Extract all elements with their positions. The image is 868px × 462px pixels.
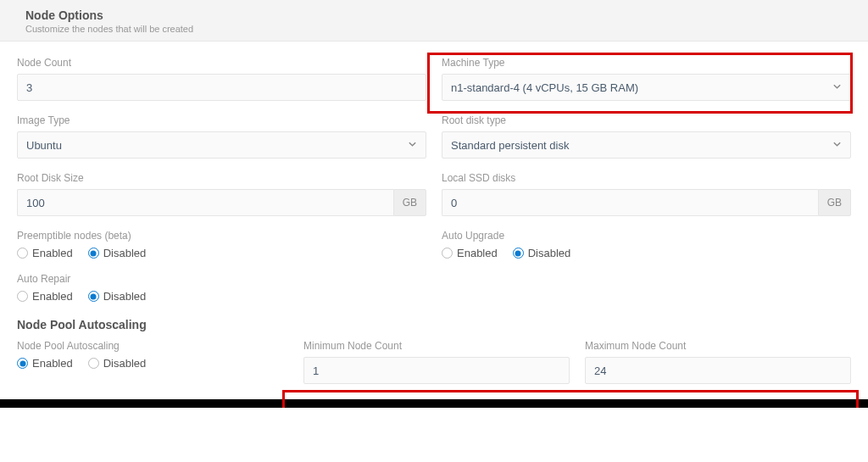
auto-upgrade-label: Auto Upgrade	[442, 230, 851, 242]
image-type-label: Image Type	[17, 114, 426, 126]
image-type-select[interactable]: Ubuntu	[17, 131, 426, 159]
panel-title: Node Options	[25, 8, 851, 22]
bottom-bar	[0, 399, 868, 408]
root-disk-size-unit: GB	[393, 189, 426, 216]
root-disk-size-label: Root Disk Size	[17, 172, 426, 184]
machine-type-select[interactable]: n1-standard-4 (4 vCPUs, 15 GB RAM)	[442, 74, 851, 101]
local-ssd-label: Local SSD disks	[442, 172, 851, 184]
autoscaling-section-title: Node Pool Autoscaling	[17, 318, 851, 331]
min-node-count-input[interactable]: 1	[303, 357, 570, 384]
radio-icon	[17, 248, 28, 259]
auto-repair-disabled-radio[interactable]: Disabled	[88, 290, 147, 303]
radio-icon	[513, 248, 524, 259]
max-node-count-input[interactable]: 24	[585, 357, 851, 384]
preemptible-label: Preemptible nodes (beta)	[17, 230, 426, 242]
panel-subtitle: Customize the nodes that will be created	[25, 24, 851, 34]
radio-icon	[88, 248, 99, 259]
autoscaling-enabled-radio[interactable]: Enabled	[17, 357, 73, 370]
preemptible-enabled-radio[interactable]: Enabled	[17, 247, 73, 259]
auto-upgrade-enabled-radio[interactable]: Enabled	[442, 247, 498, 259]
chevron-down-icon	[832, 139, 842, 152]
auto-upgrade-disabled-radio[interactable]: Disabled	[513, 247, 571, 259]
auto-repair-enabled-radio[interactable]: Enabled	[17, 290, 73, 303]
auto-repair-label: Auto Repair	[17, 273, 426, 285]
panel-header: Node Options Customize the nodes that wi…	[0, 0, 868, 42]
radio-icon	[17, 358, 28, 369]
max-node-count-label: Maximum Node Count	[585, 340, 851, 352]
root-disk-type-label: Root disk type	[442, 114, 851, 126]
chevron-down-icon	[832, 81, 842, 94]
local-ssd-unit: GB	[818, 189, 851, 216]
preemptible-disabled-radio[interactable]: Disabled	[88, 247, 147, 259]
radio-icon	[88, 358, 99, 369]
node-count-label: Node Count	[17, 57, 426, 69]
node-count-input[interactable]: 3	[17, 74, 426, 101]
min-node-count-label: Minimum Node Count	[303, 340, 570, 352]
autoscaling-toggle-label: Node Pool Autoscaling	[17, 340, 288, 352]
radio-icon	[17, 291, 28, 302]
root-disk-type-select[interactable]: Standard persistent disk	[442, 131, 851, 159]
root-disk-size-input[interactable]: 100	[17, 189, 393, 216]
local-ssd-input[interactable]: 0	[442, 189, 818, 216]
autoscaling-disabled-radio[interactable]: Disabled	[88, 357, 147, 370]
radio-icon	[442, 248, 453, 259]
machine-type-label: Machine Type	[442, 57, 851, 69]
chevron-down-icon	[408, 139, 417, 152]
radio-icon	[88, 291, 99, 302]
